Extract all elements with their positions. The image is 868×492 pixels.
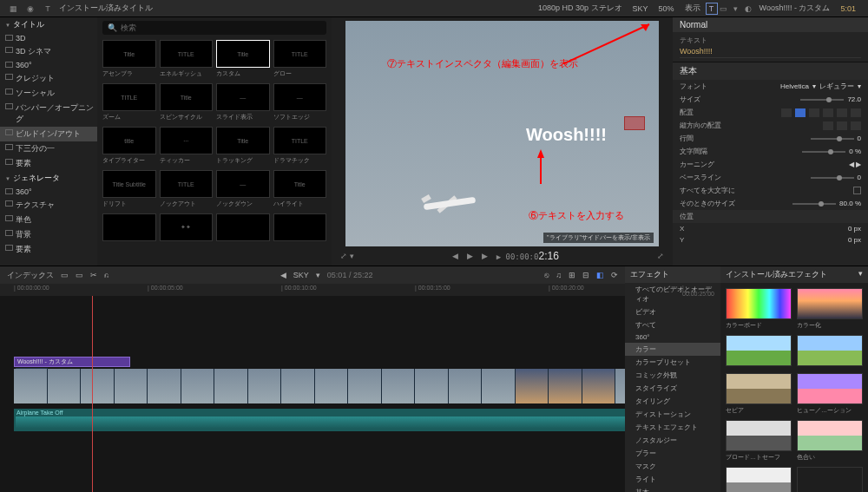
sidebar-item[interactable]: クレジット bbox=[0, 71, 97, 86]
inspector-info-icon[interactable]: ▾ bbox=[730, 3, 742, 15]
tool-icon[interactable]: ⎌ bbox=[104, 271, 108, 279]
tool-icon[interactable]: ⎋ bbox=[544, 271, 549, 279]
kern-row[interactable]: カーニング◀ ▶ bbox=[673, 158, 868, 171]
title-thumb[interactable]: —ソフトエッジ bbox=[273, 83, 327, 121]
inspector-text-icon[interactable]: T bbox=[706, 3, 718, 15]
title-text[interactable]: Woosh!!!! bbox=[526, 125, 607, 145]
viewer-canvas[interactable]: Woosh!!!! ⑦テキストインスペクタ（編集画面）を表示 ⑥テキストを入力す… bbox=[345, 21, 659, 246]
x-row[interactable]: X0 px bbox=[673, 223, 868, 234]
sidebar-titles-header[interactable]: タイトル bbox=[0, 17, 97, 32]
video-clip[interactable]: IMG_4514 bbox=[14, 369, 625, 403]
sidebar-item[interactable]: 単色 bbox=[0, 213, 97, 227]
title-thumb[interactable] bbox=[102, 213, 156, 243]
title-thumb[interactable]: ···ティッカー bbox=[160, 127, 214, 165]
title-thumb[interactable]: ✦✦ bbox=[160, 213, 214, 243]
photos-icon[interactable]: ◉ bbox=[24, 3, 36, 15]
fx-category[interactable]: テキストエフェクト bbox=[625, 421, 720, 434]
line-row[interactable]: 行間0 bbox=[673, 132, 868, 145]
title-thumb[interactable]: Titleカスタム bbox=[216, 40, 270, 78]
sidebar-item[interactable]: 3D シネマ bbox=[0, 44, 97, 59]
text-style-dropdown[interactable]: Normal bbox=[673, 17, 868, 32]
title-thumb[interactable]: —ノックダウン bbox=[216, 170, 270, 208]
play-button[interactable]: ▶ bbox=[467, 252, 473, 260]
zoom-level[interactable]: 50% bbox=[654, 4, 680, 13]
title-thumb[interactable]: TITLEグロー bbox=[273, 40, 327, 78]
sidebar-item[interactable]: 下三分の一 bbox=[0, 141, 97, 156]
tool-icon[interactable]: ⊟ bbox=[582, 271, 589, 279]
timeline-ruler[interactable]: | 00:00:00:00| 00:00:05:00| 00:00:10:00|… bbox=[0, 284, 625, 296]
title-clip[interactable]: Woosh!!!! - カスタム bbox=[14, 357, 130, 367]
title-thumb[interactable] bbox=[216, 213, 270, 243]
index-button[interactable]: インデックス bbox=[7, 270, 54, 281]
fx-category[interactable]: 基本 bbox=[625, 486, 720, 492]
valign-row[interactable]: 縦方向の配置 bbox=[673, 119, 868, 132]
playhead[interactable] bbox=[92, 296, 93, 492]
sidebar-item-selected[interactable]: ビルドイン/アウト bbox=[0, 127, 97, 141]
effect-thumb[interactable]: 白黒 bbox=[726, 467, 792, 492]
sidebar-item[interactable]: バンパー／オープニング bbox=[0, 101, 97, 127]
fx-category[interactable]: すべて bbox=[625, 318, 720, 331]
fx-category[interactable]: カラープリセット bbox=[625, 356, 720, 369]
inspector-color-icon[interactable]: ◐ bbox=[742, 3, 754, 15]
tool-icon[interactable]: ⟳ bbox=[611, 271, 618, 279]
titles-icon[interactable]: T bbox=[42, 3, 54, 15]
title-thumb[interactable]: Titleスピンサイクル bbox=[160, 83, 214, 121]
tool-icon[interactable]: ⊞ bbox=[569, 271, 575, 279]
upsize-row[interactable]: そのときのサイズ80.0 % bbox=[673, 197, 868, 210]
tool-icon[interactable]: ✂ bbox=[90, 271, 97, 279]
effect-thumb[interactable] bbox=[726, 335, 792, 368]
fx-category[interactable]: マスク bbox=[625, 460, 720, 473]
title-thumb[interactable]: Titleアセンブラ bbox=[102, 40, 156, 78]
tool-icon[interactable]: ♫ bbox=[556, 271, 562, 279]
track-row[interactable]: 文字間隔0 % bbox=[673, 145, 868, 158]
title-thumb[interactable]: TITLEドラマチック bbox=[273, 127, 327, 165]
effect-thumb[interactable]: カラーボード bbox=[726, 288, 792, 330]
dropdown-icon[interactable]: ▾ bbox=[858, 269, 863, 280]
size-row[interactable]: サイズ72.0 bbox=[673, 93, 868, 106]
title-thumb[interactable]: Titleハイライト bbox=[273, 170, 327, 208]
sidebar-item[interactable]: 背景 bbox=[0, 227, 97, 242]
effect-thumb[interactable]: カラー化 bbox=[797, 288, 863, 330]
view-menu[interactable]: 表示 bbox=[680, 3, 706, 14]
fx-category[interactable]: ディストーション bbox=[625, 408, 720, 421]
sidebar-generators-header[interactable]: ジェネレータ bbox=[0, 171, 97, 186]
y-row[interactable]: Y0 px bbox=[673, 234, 868, 246]
next-button[interactable]: ▶ bbox=[482, 252, 488, 260]
audio-clip[interactable]: Airplane Take Off bbox=[14, 409, 625, 431]
tool-icon[interactable]: ◧ bbox=[596, 271, 604, 279]
sidebar-item[interactable]: テクスチャ bbox=[0, 198, 97, 213]
sidebar-item[interactable]: 360° bbox=[0, 186, 97, 198]
fx-category[interactable]: タイリング bbox=[625, 395, 720, 408]
effect-thumb[interactable] bbox=[797, 467, 863, 492]
effect-thumb[interactable]: ブロード…トセーフ bbox=[726, 420, 792, 462]
title-thumb[interactable]: TITLEエネルギッシュ bbox=[160, 40, 214, 78]
effect-thumb[interactable] bbox=[797, 335, 863, 368]
title-thumb[interactable]: TITLEノックアウト bbox=[160, 170, 214, 208]
sidebar-item[interactable]: 3D bbox=[0, 32, 97, 44]
fx-category[interactable]: ブラー bbox=[625, 447, 720, 460]
title-thumb[interactable]: titleタイプライター bbox=[102, 127, 156, 165]
fx-category[interactable]: コミック外観 bbox=[625, 369, 720, 382]
title-thumb[interactable]: TITLEズーム bbox=[102, 83, 156, 121]
title-thumb[interactable]: Title Subtitleドリフト bbox=[102, 170, 156, 208]
effect-thumb[interactable]: セピア bbox=[726, 373, 792, 415]
sidebar-item[interactable]: 要素 bbox=[0, 242, 97, 257]
fx-category[interactable]: カラー bbox=[625, 343, 720, 356]
basic-section[interactable]: 基本 bbox=[673, 62, 868, 80]
tool-icon[interactable]: ▭ bbox=[76, 271, 83, 279]
fx-category[interactable]: 360° bbox=[625, 331, 720, 343]
fullscreen-icon[interactable]: ⤢ bbox=[657, 252, 664, 260]
sidebar-item[interactable]: ソーシャル bbox=[0, 86, 97, 101]
prev-button[interactable]: ◀ bbox=[452, 252, 458, 260]
title-thumb[interactable] bbox=[273, 213, 327, 243]
titles-dropdown[interactable]: インストール済みタイトル bbox=[54, 3, 158, 14]
fx-category[interactable]: ビデオ bbox=[625, 305, 720, 318]
fx-category[interactable]: ノスタルジー bbox=[625, 434, 720, 447]
effect-thumb[interactable]: ヒュー／…ーション bbox=[797, 373, 863, 415]
font-row[interactable]: フォントHelvetica ▾ レギュラー ▾ bbox=[673, 80, 868, 93]
scale-icon[interactable]: ⤢ ▾ bbox=[340, 252, 354, 260]
sidebar-item[interactable]: 360° bbox=[0, 59, 97, 71]
upper-row[interactable]: すべてを大文字に bbox=[673, 184, 868, 197]
library-icon[interactable]: ▦ bbox=[7, 3, 19, 15]
effect-thumb[interactable]: 色合い bbox=[797, 420, 863, 462]
